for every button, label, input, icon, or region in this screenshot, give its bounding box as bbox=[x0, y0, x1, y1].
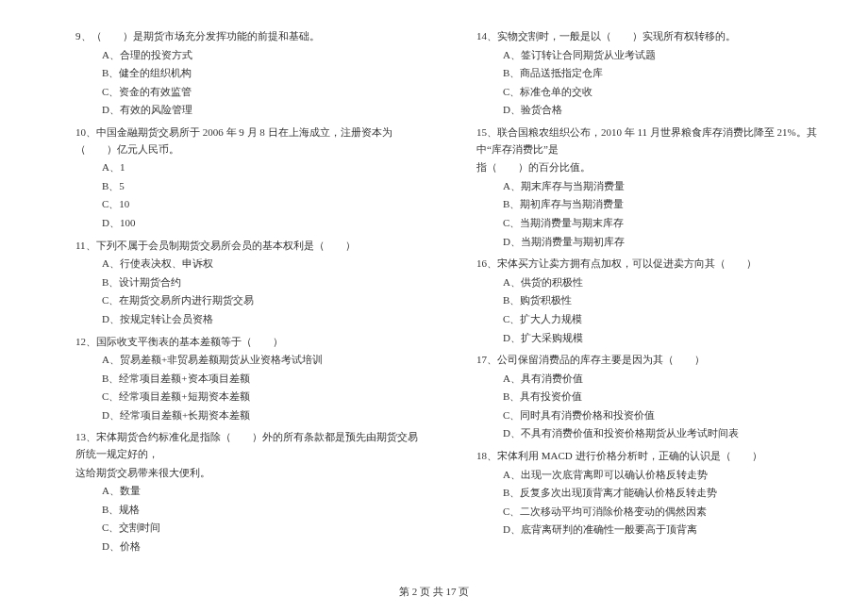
question-18: 18、宋体利用 MACD 进行价格分析时，正确的认识是（ ） A、出现一次底背离… bbox=[476, 448, 821, 538]
option-a: A、数量 bbox=[75, 483, 420, 500]
right-column: 14、实物交割时，一般是以（ ）实现所有权转移的。 A、签订转让合同期货从业考试… bbox=[476, 28, 821, 561]
option-c: C、经常项目差额+短期资本差额 bbox=[75, 389, 420, 406]
question-9: 9、（ ）是期货市场充分发挥功能的前提和基础。 A、合理的投资方式 B、健全的组… bbox=[75, 28, 420, 119]
option-b: B、5 bbox=[75, 178, 420, 195]
option-c: C、在期货交易所内进行期货交易 bbox=[75, 292, 420, 309]
page-footer: 第 2 页 共 17 页 bbox=[0, 585, 868, 599]
option-c: C、同时具有消费价格和投资价值 bbox=[476, 407, 821, 424]
option-a: A、合理的投资方式 bbox=[75, 47, 420, 64]
option-d: D、经常项目差额+长期资本差额 bbox=[75, 407, 420, 424]
option-a: A、具有消费价值 bbox=[476, 371, 821, 388]
option-a: A、行使表决权、申诉权 bbox=[75, 256, 420, 273]
question-stem: 10、中国金融期货交易所于 2006 年 9 月 8 日在上海成立，注册资本为（… bbox=[75, 124, 420, 157]
option-c: C、标准仓单的交收 bbox=[476, 84, 821, 101]
option-c: C、资金的有效监管 bbox=[75, 84, 420, 101]
question-stem: 17、公司保留消费品的库存主要是因为其（ ） bbox=[476, 352, 821, 369]
page-container: 9、（ ）是期货市场充分发挥功能的前提和基础。 A、合理的投资方式 B、健全的组… bbox=[0, 0, 868, 571]
option-b: B、期初库存与当期消费量 bbox=[476, 196, 821, 213]
question-stem: 9、（ ）是期货市场充分发挥功能的前提和基础。 bbox=[75, 28, 420, 45]
question-stem: 18、宋体利用 MACD 进行价格分析时，正确的认识是（ ） bbox=[476, 448, 821, 465]
question-13: 13、宋体期货合约标准化是指除（ ）外的所有条款都是预先由期货交易所统一规定好的… bbox=[75, 429, 420, 555]
option-c: C、扩大人力规模 bbox=[476, 311, 821, 328]
option-c: C、10 bbox=[75, 196, 420, 213]
option-d: D、不具有消费价值和投资价格期货从业考试时间表 bbox=[476, 425, 821, 442]
option-c: C、交割时间 bbox=[75, 520, 420, 537]
option-d: D、按规定转让会员资格 bbox=[75, 311, 420, 328]
question-stem: 15、联合国粮农组织公布，2010 年 11 月世界粮食库存消费比降至 21%。… bbox=[476, 124, 821, 157]
option-c: C、当期消费量与期末库存 bbox=[476, 215, 821, 232]
option-a: A、供货的积极性 bbox=[476, 274, 821, 291]
option-d: D、验货合格 bbox=[476, 102, 821, 119]
option-b: B、健全的组织机构 bbox=[75, 65, 420, 82]
option-b: B、具有投资价值 bbox=[476, 389, 821, 406]
option-b: B、购货积极性 bbox=[476, 292, 821, 309]
left-column: 9、（ ）是期货市场充分发挥功能的前提和基础。 A、合理的投资方式 B、健全的组… bbox=[75, 28, 420, 561]
question-stem: 13、宋体期货合约标准化是指除（ ）外的所有条款都是预先由期货交易所统一规定好的… bbox=[75, 429, 420, 462]
option-b: B、设计期货合约 bbox=[75, 274, 420, 291]
option-a: A、出现一次底背离即可以确认价格反转走势 bbox=[476, 467, 821, 484]
question-15: 15、联合国粮农组织公布，2010 年 11 月世界粮食库存消费比降至 21%。… bbox=[476, 124, 821, 250]
question-11: 11、下列不属于会员制期货交易所会员的基本权利是（ ） A、行使表决权、申诉权 … bbox=[75, 238, 420, 328]
option-a: A、1 bbox=[75, 159, 420, 176]
option-d: D、100 bbox=[75, 215, 420, 232]
option-d: D、有效的风险管理 bbox=[75, 102, 420, 119]
question-stem: 12、国际收支平衡表的基本差额等于（ ） bbox=[75, 334, 420, 351]
question-stem: 16、宋体买方让卖方拥有点加权，可以促进卖方向其（ ） bbox=[476, 256, 821, 273]
question-10: 10、中国金融期货交易所于 2006 年 9 月 8 日在上海成立，注册资本为（… bbox=[75, 124, 420, 232]
option-b: B、商品送抵指定仓库 bbox=[476, 65, 821, 82]
option-b: B、经常项目差额+资本项目差额 bbox=[75, 371, 420, 388]
question-continuation: 指（ ）的百分比值。 bbox=[476, 159, 821, 176]
option-b: B、反复多次出现顶背离才能确认价格反转走势 bbox=[476, 485, 821, 502]
question-12: 12、国际收支平衡表的基本差额等于（ ） A、贸易差额+非贸易差额期货从业资格考… bbox=[75, 334, 420, 424]
option-d: D、价格 bbox=[75, 538, 420, 555]
option-b: B、规格 bbox=[75, 502, 420, 519]
question-16: 16、宋体买方让卖方拥有点加权，可以促进卖方向其（ ） A、供货的积极性 B、购… bbox=[476, 256, 821, 346]
question-17: 17、公司保留消费品的库存主要是因为其（ ） A、具有消费价值 B、具有投资价值… bbox=[476, 352, 821, 442]
option-c: C、二次移动平均可消除价格变动的偶然因素 bbox=[476, 504, 821, 521]
question-continuation: 这给期货交易带来很大便利。 bbox=[75, 465, 420, 482]
option-d: D、扩大采购规模 bbox=[476, 330, 821, 347]
question-14: 14、实物交割时，一般是以（ ）实现所有权转移的。 A、签订转让合同期货从业考试… bbox=[476, 28, 821, 119]
option-a: A、签订转让合同期货从业考试题 bbox=[476, 47, 821, 64]
question-stem: 11、下列不属于会员制期货交易所会员的基本权利是（ ） bbox=[75, 238, 420, 255]
question-stem: 14、实物交割时，一般是以（ ）实现所有权转移的。 bbox=[476, 28, 821, 45]
option-a: A、贸易差额+非贸易差额期货从业资格考试培训 bbox=[75, 352, 420, 369]
option-a: A、期末库存与当期消费量 bbox=[476, 178, 821, 195]
option-d: D、底背离研判的准确性一般要高于顶背离 bbox=[476, 522, 821, 538]
option-d: D、当期消费量与期初库存 bbox=[476, 234, 821, 251]
